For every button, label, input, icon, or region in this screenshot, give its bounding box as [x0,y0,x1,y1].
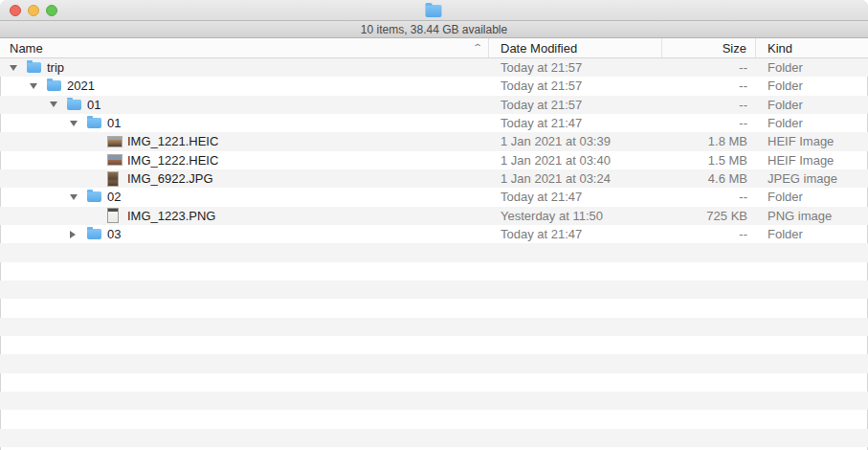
name-cell: 02 [0,188,489,206]
indent-spacer [0,178,90,179]
photo-thumbnail-icon [107,171,119,187]
empty-row [0,354,868,372]
date-modified-cell: Today at 21:47 [489,116,662,130]
title-bar [0,0,868,21]
icon-slot [67,100,84,110]
file-name-label: IMG_6922.JPG [127,171,213,186]
file-name-label: trip [47,60,64,75]
empty-row [0,243,868,261]
table-row[interactable]: 2021 Today at 21:57 -- Folder [0,77,868,95]
file-name-label: 02 [107,190,121,204]
icon-slot [27,62,44,73]
window-proxy[interactable] [425,3,441,17]
size-cell: -- [662,227,756,241]
empty-row [0,262,868,281]
disclosure-triangle[interactable] [70,121,87,126]
traffic-lights [10,5,57,16]
name-cell: 01 [0,96,489,114]
indent-spacer [0,160,90,161]
photo-thumbnail-icon [107,154,122,166]
file-name-label: 2021 [67,79,95,93]
name-cell: IMG_1221.HEIC [0,132,489,150]
date-modified-cell: 1 Jan 2021 at 03:40 [489,153,662,168]
date-modified-cell: 1 Jan 2021 at 03:39 [489,134,662,148]
indent-spacer [0,85,30,86]
file-list: trip Today at 21:57 -- Folder 2021 Today… [0,58,868,449]
icon-slot [107,154,124,166]
indent-spacer [0,67,10,68]
size-cell: -- [662,79,756,93]
disclosure-triangle[interactable] [30,83,47,89]
column-header-kind[interactable]: Kind [756,38,868,57]
date-modified-cell: Yesterday at 11:50 [489,209,662,223]
size-cell: -- [662,116,756,130]
indent-spacer [0,123,70,124]
kind-cell: JPEG image [756,171,868,186]
size-cell: -- [662,190,756,204]
name-cell: 01 [0,114,489,132]
icon-slot [87,191,104,202]
table-row[interactable]: 03 Today at 21:47 -- Folder [0,225,868,243]
table-row[interactable]: 02 Today at 21:47 -- Folder [0,188,868,206]
name-cell: IMG_6922.JPG [0,169,489,188]
column-header-size[interactable]: Size [662,38,756,57]
folder-icon [67,100,81,110]
indent-spacer [0,196,70,197]
folder-icon [47,80,61,91]
indent-spacer [0,141,90,142]
icon-slot [107,208,124,223]
file-name-label: IMG_1221.HEIC [127,134,218,148]
minimize-button[interactable] [28,5,39,16]
column-header-date-modified[interactable]: Date Modified [489,38,662,57]
disclosure-triangle[interactable] [70,194,87,200]
disclosure-triangle[interactable] [70,231,87,238]
size-cell: -- [662,98,756,112]
zoom-button[interactable] [46,5,57,16]
disclosure-triangle[interactable] [50,101,67,107]
folder-icon [27,62,41,73]
indent-spacer [0,104,50,105]
column-header-size-label: Size [723,41,746,56]
file-name-label: 01 [87,98,100,112]
empty-row [0,373,868,392]
size-cell: -- [662,60,756,75]
size-cell: 1.5 MB [662,153,756,168]
photo-thumbnail-icon [107,208,119,223]
disclosure-triangle[interactable] [10,65,27,71]
table-row[interactable]: 01 Today at 21:57 -- Folder [0,96,868,114]
table-row[interactable]: IMG_1223.PNG Yesterday at 11:50 725 KB P… [0,207,868,225]
empty-row [0,429,868,447]
close-button[interactable] [10,5,21,16]
empty-row [0,281,868,299]
column-header-name[interactable]: Name ⌃ [0,38,489,57]
empty-row [0,392,868,410]
kind-cell: Folder [756,98,868,112]
status-bar: 10 items, 38.44 GB available [0,21,868,38]
file-name-label: IMG_1223.PNG [127,209,216,223]
kind-cell: Folder [756,79,868,93]
size-cell: 4.6 MB [662,171,756,186]
date-modified-cell: Today at 21:57 [489,60,662,75]
icon-slot [87,118,104,128]
column-header-name-label: Name [10,41,43,56]
status-text: 10 items, 38.44 GB available [361,23,507,36]
size-cell: 725 KB [662,209,756,223]
kind-cell: Folder [756,227,868,241]
name-cell: trip [0,58,489,77]
icon-slot [107,136,124,147]
table-row[interactable]: IMG_1221.HEIC 1 Jan 2021 at 03:39 1.8 MB… [0,132,868,150]
folder-icon [87,118,101,128]
kind-cell: Folder [756,190,868,204]
kind-cell: HEIF Image [756,153,868,168]
column-headers: Name ⌃ Date Modified Size Kind [0,38,868,58]
table-row[interactable]: IMG_1222.HEIC 1 Jan 2021 at 03:40 1.5 MB… [0,151,868,169]
name-cell: IMG_1222.HEIC [0,151,489,169]
date-modified-cell: Today at 21:57 [489,98,662,112]
date-modified-cell: Today at 21:47 [489,227,662,241]
empty-row [0,447,868,449]
date-modified-cell: Today at 21:47 [489,190,662,204]
table-row[interactable]: 01 Today at 21:47 -- Folder [0,114,868,132]
date-modified-cell: Today at 21:57 [489,79,662,93]
table-row[interactable]: IMG_6922.JPG 1 Jan 2021 at 03:24 4.6 MB … [0,169,868,188]
table-row[interactable]: trip Today at 21:57 -- Folder [0,58,868,77]
